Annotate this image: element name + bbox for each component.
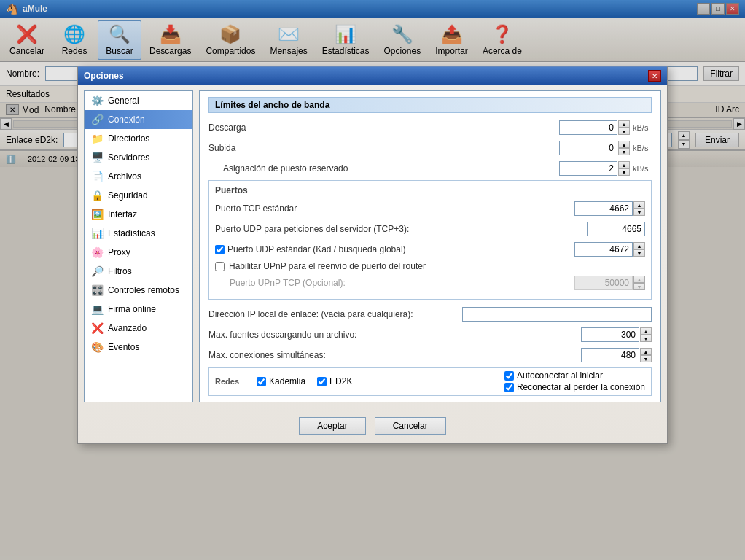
udp-standard-checkbox[interactable] [215, 245, 225, 254]
udp-standard-spin-up[interactable]: ▲ [633, 242, 645, 249]
nav-item-conexion[interactable]: 🔗 Conexión [85, 110, 192, 129]
ed2k-checkbox[interactable] [317, 377, 327, 386]
udp-standard-spin-down[interactable]: ▼ [633, 249, 645, 257]
ip-input[interactable] [462, 307, 652, 322]
reserved-unit: kB/s [630, 164, 652, 173]
tcp-spin-up[interactable]: ▲ [633, 201, 645, 209]
reconect-checkbox[interactable] [504, 383, 514, 392]
upnp-tcp-label: Puerto UPnP TCP (Opcional): [230, 278, 574, 288]
udp-server-input[interactable] [587, 222, 645, 236]
reserved-input[interactable] [559, 161, 617, 176]
autoconect-checkbox[interactable] [504, 371, 514, 381]
download-input[interactable] [559, 120, 617, 135]
udp-standard-row: Puerto UDP estándar (Kad / búsqueda glob… [215, 241, 645, 258]
nav-item-controles[interactable]: 🎛️ Controles remotos [85, 281, 192, 300]
ed2k-group: ED2K [317, 376, 352, 386]
tcp-spin-down[interactable]: ▼ [633, 209, 645, 216]
max-sources-spin-up[interactable]: ▲ [640, 327, 652, 335]
max-sources-input-group: ▲ ▼ [581, 327, 652, 342]
nav-label-eventos: Eventos [108, 342, 139, 352]
udp-standard-checkbox-group: Puerto UDP estándar (Kad / búsqueda glob… [215, 244, 574, 254]
upnp-tcp-input-group: ▲ ▼ [574, 276, 645, 290]
ports-title: Puertos [215, 185, 645, 195]
nav-label-servidores: Servidores [108, 152, 149, 163]
servidores-icon: 🖥️ [91, 152, 104, 163]
nav-item-estadisticas[interactable]: 📊 Estadísticas [85, 224, 192, 243]
max-conn-spin-down[interactable]: ▼ [640, 355, 652, 362]
nav-item-filtros[interactable]: 🔎 Filtros [85, 262, 192, 281]
upload-label: Subida [208, 143, 559, 153]
upnp-tcp-spin-down[interactable]: ▼ [633, 283, 645, 290]
upload-spinner: ▲ ▼ [618, 141, 630, 155]
nav-label-estadisticas: Estadísticas [108, 228, 155, 238]
upnp-tcp-row: Puerto UPnP TCP (Opcional): ▲ ▼ [215, 274, 645, 292]
nav-label-archivos: Archivos [108, 171, 141, 182]
download-label: Descarga [208, 122, 559, 133]
nav-label-controles: Controles remotos [108, 285, 179, 295]
filtros-icon: 🔎 [91, 265, 104, 277]
reserved-spin-up[interactable]: ▲ [618, 161, 630, 168]
max-conn-spin-up[interactable]: ▲ [640, 348, 652, 355]
download-spin-up[interactable]: ▲ [618, 120, 630, 128]
conexion-icon: 🔗 [91, 114, 104, 125]
max-conn-row: Max. conexiones simultáneas: ▲ ▼ [208, 346, 652, 364]
max-conn-spinner: ▲ ▼ [640, 348, 652, 362]
udp-standard-label: Puerto UDP estándar (Kad / búsqueda glob… [227, 244, 574, 254]
nav-item-directorios[interactable]: 📁 Directorios [85, 129, 192, 148]
reserved-spin-down[interactable]: ▼ [618, 168, 630, 176]
upnp-tcp-spin-up[interactable]: ▲ [633, 276, 645, 283]
nav-item-servidores[interactable]: 🖥️ Servidores [85, 148, 192, 167]
udp-standard-input[interactable] [574, 242, 633, 257]
nav-item-proxy[interactable]: 🌸 Proxy [85, 243, 192, 262]
kademlia-group: Kademlia [257, 376, 305, 386]
firma-icon: 💻 [91, 303, 104, 315]
accept-button[interactable]: Aceptar [299, 417, 365, 435]
udp-server-label: Puerto UDP para peticiones del servidor … [215, 224, 587, 234]
bandwidth-header: Límites del ancho de banda [208, 97, 652, 113]
nav-item-seguridad[interactable]: 🔒 Seguridad [85, 186, 192, 205]
upload-spin-up[interactable]: ▲ [618, 141, 630, 148]
nav-label-firma: Firma online [108, 304, 156, 314]
tcp-input[interactable] [574, 201, 633, 216]
nav-item-firma[interactable]: 💻 Firma online [85, 300, 192, 319]
download-spin-down[interactable]: ▼ [618, 128, 630, 135]
udp-standard-input-group: ▲ ▼ [574, 242, 645, 257]
nav-label-avanzado: Avanzado [108, 323, 147, 333]
dialog-title: Opciones [84, 71, 648, 81]
upload-spin-down[interactable]: ▼ [618, 148, 630, 155]
nav-label-seguridad: Seguridad [108, 190, 148, 201]
content-panel: Límites del ancho de banda Descarga ▲ ▼ … [199, 90, 661, 402]
max-sources-row: Max. fuentes descargando un archivo: ▲ ▼ [208, 326, 652, 343]
reserved-row: Asignación de puesto reservado ▲ ▼ kB/s [208, 160, 652, 177]
autoconect-group: Autoconectar al iniciar [504, 370, 645, 381]
kademlia-checkbox[interactable] [257, 377, 266, 386]
estadisticas-nav-icon: 📊 [91, 228, 104, 239]
max-sources-spin-down[interactable]: ▼ [640, 335, 652, 342]
nav-item-general[interactable]: ⚙️ General [85, 91, 192, 110]
redes-section: Redes Kademlia ED2K Autoconectar al inic… [208, 367, 652, 396]
upnp-row: Habilitar UPnP para el reenvío de puerto… [215, 261, 645, 271]
download-input-group: ▲ ▼ kB/s [559, 120, 652, 135]
upload-input[interactable] [559, 141, 617, 155]
upnp-checkbox[interactable] [215, 262, 225, 271]
udp-server-row: Puerto UDP para peticiones del servidor … [215, 220, 645, 238]
tcp-label: Puerto TCP estándar [215, 203, 574, 214]
udp-server-input-group [587, 222, 645, 236]
max-sources-input[interactable] [581, 327, 639, 342]
modal-overlay: Opciones ✕ ⚙️ General 🔗 Conexión 📁 Direc… [0, 0, 745, 560]
ip-row: Dirección IP local de enlace: (vacía par… [208, 306, 652, 323]
ip-label: Dirección IP local de enlace: (vacía par… [208, 309, 462, 319]
nav-item-archivos[interactable]: 📄 Archivos [85, 167, 192, 186]
controles-icon: 🎛️ [91, 284, 104, 296]
cancel-button[interactable]: Cancelar [375, 417, 446, 435]
tcp-row: Puerto TCP estándar ▲ ▼ [215, 200, 645, 217]
nav-item-eventos[interactable]: 🎨 Eventos [85, 338, 192, 357]
max-sources-spinner: ▲ ▼ [640, 327, 652, 342]
ed2k-label: ED2K [329, 376, 352, 386]
dialog-close-button[interactable]: ✕ [648, 70, 661, 82]
dialog-body: ⚙️ General 🔗 Conexión 📁 Directorios 🖥️ S… [78, 85, 667, 408]
nav-item-avanzado[interactable]: ❌ Avanzado [85, 319, 192, 338]
max-conn-input[interactable] [581, 348, 639, 362]
upnp-tcp-input[interactable] [574, 276, 633, 290]
nav-item-interfaz[interactable]: 🖼️ Interfaz [85, 205, 192, 224]
